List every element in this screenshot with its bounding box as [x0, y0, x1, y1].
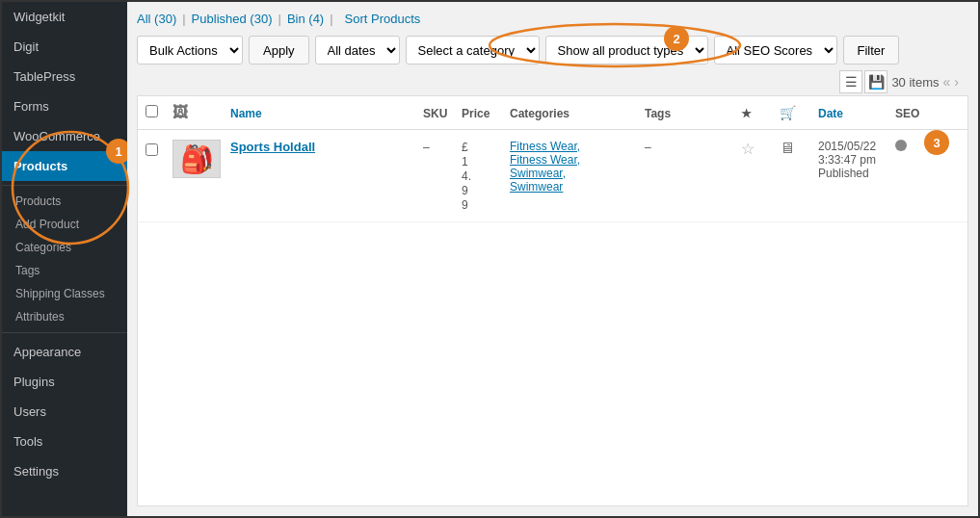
sku-value: –	[423, 141, 430, 154]
sidebar-subitem-categories[interactable]: Categories	[2, 236, 127, 259]
annotation-2: 2	[664, 26, 689, 51]
select-all-checkbox[interactable]	[146, 105, 158, 117]
sidebar-item-users[interactable]: Users	[2, 397, 127, 427]
top-bar: All (30) | Published (30) | Bin (4) | So…	[127, 2, 978, 95]
filter-button[interactable]: Filter	[843, 36, 900, 65]
table-header: 🖼 Name SKU Price Categories Tags	[138, 96, 967, 130]
annotation-1: 1	[106, 139, 127, 164]
items-count: 30 items	[891, 75, 939, 90]
star-icon: ★	[741, 107, 752, 120]
seo-indicator	[895, 140, 907, 151]
products-table: 🖼 Name SKU Price Categories Tags	[137, 95, 968, 506]
list-view-icon[interactable]: ☰	[839, 70, 862, 93]
sidebar-item-tablepress[interactable]: TablePress	[2, 62, 127, 91]
sidebar-item-appearance[interactable]: Appearance	[2, 337, 127, 367]
sidebar-subitem-tags[interactable]: Tags	[2, 259, 127, 282]
date-value: 2015/05/22	[818, 140, 895, 153]
tags-col: –	[645, 140, 741, 154]
tab-published[interactable]: Published (30)	[192, 12, 273, 26]
row-checkbox-col	[146, 140, 172, 159]
tags-value: –	[645, 141, 651, 154]
product-image: 🎒	[172, 140, 221, 178]
sidebar-item-tools[interactable]: Tools	[2, 427, 127, 456]
image-icon: 🖼	[172, 104, 188, 120]
price-col: £14.99	[462, 140, 510, 212]
sidebar-subitem-products[interactable]: Products	[2, 190, 127, 213]
categories-col: Fitness Wear, Fitness Wear, Swimwear, Sw…	[510, 140, 645, 194]
name-col-header: Name	[230, 106, 423, 120]
price-value: £14.99	[462, 141, 471, 212]
seo-col-header: SEO	[895, 106, 943, 120]
all-dates-select[interactable]: All dates	[315, 36, 400, 65]
seo-scores-select[interactable]: All SEO Scores	[714, 36, 837, 65]
sku-col-header: SKU	[423, 106, 462, 120]
date-col: 2015/05/22 3:33:47 pm Published	[818, 140, 895, 180]
date-col-header: Date	[818, 106, 895, 120]
name-sort-link[interactable]: Name	[230, 107, 262, 120]
cart-col-header: 🛒	[780, 105, 818, 120]
next-page-button[interactable]: ›	[954, 74, 959, 90]
date-sort-link[interactable]: Date	[818, 107, 843, 120]
select-all-checkbox-col	[146, 105, 172, 120]
price-col-header: Price	[462, 106, 510, 120]
filter-row: Bulk Actions Apply All dates Select a ca…	[137, 30, 968, 68]
prev-page-button[interactable]: «	[943, 74, 951, 90]
tags-col-header: Tags	[645, 106, 741, 120]
row-checkbox[interactable]	[146, 143, 158, 156]
categories-col-header: Categories	[510, 106, 645, 120]
product-image-placeholder: 🎒	[180, 143, 214, 175]
sidebar-item-settings[interactable]: Settings	[2, 456, 127, 486]
sidebar-item-digit[interactable]: Digit	[2, 32, 127, 62]
sidebar-subitem-shipping-classes[interactable]: Shipping Classes	[2, 282, 127, 305]
category-link-4[interactable]: Swimwear	[510, 180, 645, 194]
image-col-header: 🖼	[172, 104, 230, 121]
sidebar-subitem-add-product[interactable]: Add Product	[2, 213, 127, 236]
tab-row: All (30) | Published (30) | Bin (4) | So…	[137, 8, 968, 30]
cart-action-icon[interactable]: 🖥	[780, 140, 795, 156]
sidebar-item-forms[interactable]: Forms	[2, 91, 127, 121]
product-name-col: Sports Holdall	[230, 140, 423, 154]
main-content: All (30) | Published (30) | Bin (4) | So…	[127, 2, 978, 516]
time-value: 3:33:47 pm	[818, 153, 895, 167]
save-icon[interactable]: 💾	[864, 70, 887, 93]
category-link-3[interactable]: Swimwear,	[510, 167, 645, 180]
view-icons: ☰ 💾	[839, 70, 887, 93]
featured-col-header: ★	[741, 106, 780, 120]
sidebar-item-widgetkit[interactable]: Widgetkit	[2, 2, 127, 32]
category-select-wrapper: Select a category	[406, 36, 540, 65]
items-row: ☰ 💾 30 items « › 3	[137, 68, 968, 95]
sidebar: Widgetkit Digit TablePress Forms WooComm…	[2, 2, 127, 516]
sku-col: –	[423, 140, 462, 154]
tab-sort-products[interactable]: Sort Products	[345, 12, 421, 26]
product-image-col: 🎒	[172, 140, 230, 178]
sidebar-item-plugins[interactable]: Plugins	[2, 367, 127, 397]
cart-icon: 🛒	[780, 105, 796, 120]
category-link-2[interactable]: Fitness Wear,	[510, 153, 645, 167]
apply-button[interactable]: Apply	[249, 36, 309, 65]
category-select[interactable]: Select a category	[406, 36, 540, 65]
featured-star-icon[interactable]: ☆	[741, 141, 755, 157]
cart-col: 🖥	[780, 140, 818, 157]
category-link-1[interactable]: Fitness Wear,	[510, 140, 645, 153]
featured-col: ☆	[741, 140, 780, 158]
tab-bin[interactable]: Bin (4)	[287, 12, 324, 26]
sidebar-subitem-attributes[interactable]: Attributes	[2, 305, 127, 328]
table-row: 🎒 Sports Holdall – £14.99 Fitness Wear, …	[138, 130, 967, 222]
tab-all[interactable]: All (30)	[137, 12, 176, 26]
product-name-link[interactable]: Sports Holdall	[230, 140, 315, 154]
bulk-actions-select[interactable]: Bulk Actions	[137, 36, 243, 65]
publish-status: Published	[818, 167, 895, 180]
annotation-3: 3	[924, 130, 949, 155]
